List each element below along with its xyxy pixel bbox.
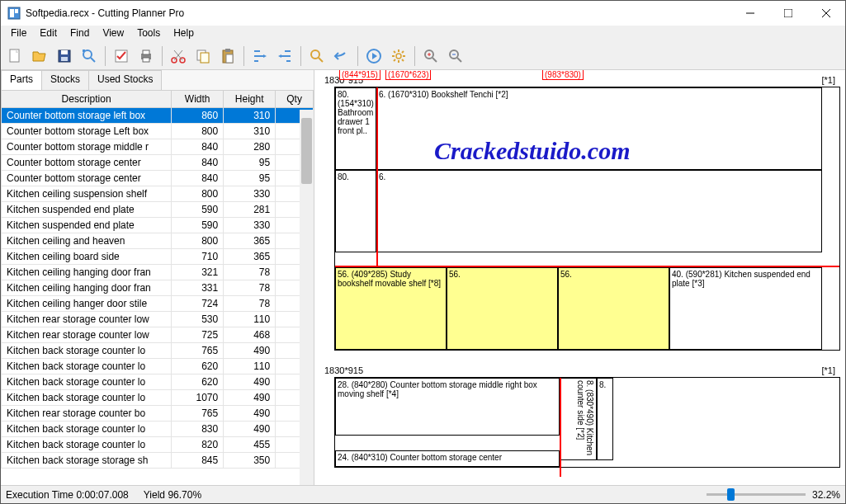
zoom-slider[interactable] [707,493,806,496]
parts-grid[interactable]: DescriptionWidthHeightQtyCounter bottom … [1,90,314,469]
zoom-in-button[interactable] [420,45,442,67]
menu-tools[interactable]: Tools [130,26,167,42]
table-row[interactable]: Kitchen ceiling hanging door fran321782 [2,265,314,280]
toolbar-separator [162,46,163,66]
table-row[interactable]: Counter bottom storage center840952 [2,171,314,186]
sheet-header: 1830*915[*1] [318,365,842,375]
svg-rect-10 [61,57,68,61]
cut-part[interactable]: 8. (830*490) Kitchen counter side [*2] [560,378,597,460]
table-row[interactable]: Kitchen back storage counter lo8204551 [2,437,314,453]
zoom-fit-button[interactable] [78,45,100,67]
titlebar: Softpedia.recx - Cutting Planner Pro [1,1,845,26]
cut-part[interactable]: 8. [597,378,613,460]
table-row[interactable]: Kitchen rear storage counter low5301104 [2,312,314,327]
print-button[interactable] [135,45,157,67]
zoom-thumb[interactable] [727,488,735,501]
cut-part[interactable]: 80. (154*310) Bathroom drawer 1 front pl… [335,87,376,170]
sheet-mult: [*1] [821,75,835,85]
tab-stocks[interactable]: Stocks [41,70,89,90]
table-row[interactable]: Kitchen back storage counter lo8304902 [2,422,314,437]
sheet-canvas[interactable]: 28. (840*280) Counter bottom storage mid… [334,377,840,468]
print-icon [138,48,154,64]
window-title: Softpedia.recx - Cutting Planner Pro [26,7,731,19]
cut-part[interactable]: 56. [447,267,558,350]
table-row[interactable]: Kitchen suspended end plate5903301 [2,218,314,233]
sheet-canvas[interactable]: 80. (154*310) Bathroom drawer 1 front pl… [334,87,840,351]
svg-line-12 [91,58,95,62]
svg-line-46 [432,58,437,62]
tab-parts[interactable]: Parts [1,70,42,90]
layout-preview[interactable]: 1830*915[*1](1670*623)(157*623)(1830*289… [314,70,845,485]
svg-line-34 [319,58,323,62]
table-row[interactable]: Kitchen back storage counter lo7654902 [2,343,314,359]
cut-part[interactable]: 24. (840*310) Counter bottom storage cen… [335,450,560,467]
table-row[interactable]: Kitchen back storage counter lo6204902 [2,374,314,390]
svg-rect-4 [784,9,792,17]
table-row[interactable]: Kitchen ceiling hanger door stile724784 [2,296,314,312]
sheet-mult: [*1] [821,365,835,375]
check-button[interactable] [111,45,132,67]
cut-button[interactable] [168,45,189,67]
menu-view[interactable]: View [96,26,130,42]
col-height[interactable]: Height [224,91,276,108]
table-row[interactable]: Kitchen suspended end plate5902813 [2,202,314,218]
table-row[interactable]: Counter bottom storage left box8603101 [2,108,314,124]
cut-part[interactable]: 56. (409*285) Study bookshelf movable sh… [335,267,447,350]
table-row[interactable]: Counter bottom storage center840952 [2,155,314,171]
menu-help[interactable]: Help [167,26,201,42]
open-folder-button[interactable] [29,45,50,67]
zoom-out-button[interactable] [445,45,466,67]
toolbar-separator [414,46,415,66]
menu-file[interactable]: File [4,26,33,42]
menu-edit[interactable]: Edit [33,26,64,42]
cut-part[interactable]: 6. [376,170,822,252]
dimension-label: (844*915) [339,70,380,80]
align-to-button[interactable] [274,45,295,67]
align-from-button[interactable] [249,45,271,67]
zoom-button[interactable] [306,45,328,67]
menu-find[interactable]: Find [64,26,96,42]
close-button[interactable] [807,1,845,26]
table-row[interactable]: Kitchen ceiling board side7103654 [2,249,314,265]
maximize-button[interactable] [769,1,807,26]
zoom-icon [309,48,325,64]
grid-scrollbar[interactable] [300,110,314,485]
paste-icon [220,48,236,64]
table-row[interactable]: Kitchen rear storage counter bo7654904 [2,406,314,422]
svg-line-50 [457,58,461,62]
cut-part[interactable]: 56. [558,267,669,350]
gear-button[interactable] [388,45,409,67]
table-row[interactable]: Kitchen rear storage counter low7254681 [2,327,314,343]
play-button[interactable] [363,45,385,67]
table-row[interactable]: Kitchen ceiling hanging door fran331782 [2,280,314,296]
cutting-sheet[interactable]: 1830*915[*1](1670*623)(157*623)(1830*289… [318,75,842,351]
cutting-sheet[interactable]: 1830*915[*1](844*915)(983*830)28. (840*2… [318,365,842,468]
cut-part[interactable]: 80. [335,170,376,252]
svg-rect-17 [143,58,149,62]
table-row[interactable]: Counter bottom storage middle r8402804 [2,139,314,155]
table-row[interactable]: Kitchen ceiling and heaven8003654 [2,233,314,249]
svg-rect-7 [10,49,19,62]
table-row[interactable]: Kitchen ceiling suspension shelf8003302 [2,186,314,202]
cut-part[interactable]: 40. (590*281) Kitchen suspended end plat… [669,267,822,350]
copy-button[interactable] [192,45,214,67]
minimize-button[interactable] [731,1,769,26]
table-row[interactable]: Kitchen back storage storage sh8453502 [2,453,314,469]
save-button[interactable] [54,45,75,67]
table-row[interactable]: Kitchen back storage counter lo6201101 [2,359,314,374]
cut-part[interactable]: 28. (840*280) Counter bottom storage mid… [335,378,560,436]
svg-line-41 [394,51,395,53]
undo-button[interactable] [331,45,352,67]
table-row[interactable]: Counter bottom storage Left box8003106 [2,124,314,139]
new-file-button[interactable] [4,45,26,67]
tab-used-stocks[interactable]: Used Stocks [88,70,162,90]
table-row[interactable]: Kitchen back storage counter lo10704901 [2,390,314,406]
col-qty[interactable]: Qty [276,91,314,108]
check-icon [113,48,130,64]
paste-button[interactable] [217,45,239,67]
scroll-thumb[interactable] [301,118,312,184]
col-description[interactable]: Description [2,91,172,108]
col-width[interactable]: Width [172,91,224,108]
cut-part[interactable]: 6. (1670*310) Bookshelf Tenchi [*2] [376,87,822,170]
svg-rect-23 [201,53,209,63]
